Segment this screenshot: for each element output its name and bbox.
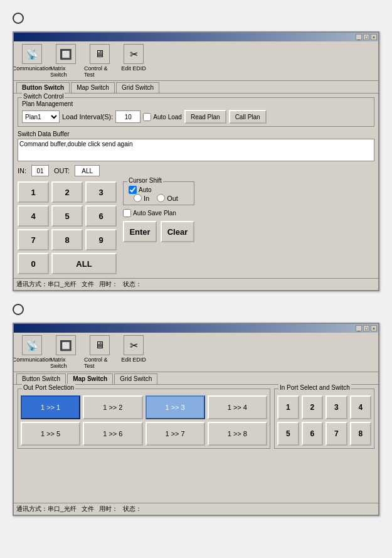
toolbar-matrix-1[interactable]: 🔲 Matrix Switch — [50, 44, 82, 78]
read-plan-btn[interactable]: Read Plan — [184, 110, 226, 124]
in-port-btn-5[interactable]: 5 — [277, 422, 299, 446]
enter-btn[interactable]: Enter — [123, 221, 157, 242]
in-port-btn-7[interactable]: 7 — [326, 422, 347, 446]
out-label: OUT: — [54, 167, 70, 174]
key-3[interactable]: 3 — [85, 181, 117, 203]
out-port-btn-4[interactable]: 1 >> 4 — [208, 395, 267, 419]
communication-icon-2: 📡 — [22, 335, 42, 355]
title-bar-2: _ □ × — [14, 324, 378, 333]
switch-data-buffer-label: Switch Data Buffer — [18, 131, 374, 137]
in-port-btn-4[interactable]: 4 — [350, 395, 372, 419]
auto-save-checkbox[interactable] — [123, 209, 131, 217]
in-port-btn-2[interactable]: 2 — [302, 395, 324, 419]
out-port-box: Out Port Selection 1 >> 1 1 >> 2 1 >> 3 … — [18, 389, 270, 449]
load-interval-input[interactable] — [115, 110, 140, 123]
minimize-btn-2[interactable]: _ — [356, 325, 362, 331]
out-port-btn-1[interactable]: 1 >> 1 — [21, 395, 80, 419]
out-port-btn-8[interactable]: 1 >> 8 — [208, 422, 267, 446]
close-btn-1[interactable]: × — [371, 34, 377, 40]
auto-radio[interactable] — [129, 186, 137, 194]
in-input[interactable] — [31, 165, 49, 176]
key-all[interactable]: ALL — [51, 253, 117, 274]
out-port-btn-3[interactable]: 1 >> 3 — [146, 395, 205, 419]
keypad-area: 1 2 3 4 5 6 7 8 9 0 ALL Cursor Shift — [18, 181, 374, 274]
in-port-btn-3[interactable]: 3 — [326, 395, 347, 419]
tab-grid-switch-2[interactable]: Grid Switch — [114, 373, 157, 384]
key-2[interactable]: 2 — [51, 181, 83, 203]
out-port-btn-7[interactable]: 1 >> 7 — [146, 422, 205, 446]
status-time-1: 用时： — [99, 280, 118, 289]
key-9[interactable]: 9 — [85, 229, 117, 250]
minimize-btn-1[interactable]: _ — [356, 34, 362, 40]
in-out-radio-row: In Out — [134, 194, 189, 202]
matrix-icon: 🔲 — [56, 44, 76, 64]
toolbar-control-2[interactable]: 🖥 Control & Test — [84, 335, 115, 369]
switch-control-group: Switch Control Plan Management Plan1 Loa… — [18, 97, 374, 127]
auto-load-checkbox[interactable] — [143, 113, 151, 121]
empty-space-2 — [14, 453, 378, 503]
auto-save-label: Auto Save Plan — [133, 210, 176, 217]
close-btn-2[interactable]: × — [371, 325, 377, 331]
toolbar-matrix-2[interactable]: 🔲 Matrix Switch — [50, 335, 82, 369]
out-port-btn-2[interactable]: 1 >> 2 — [83, 395, 142, 419]
key-1[interactable]: 1 — [18, 181, 49, 203]
tab-map-switch-1[interactable]: Map Switch — [71, 82, 115, 93]
edid-icon: ✂ — [124, 44, 144, 64]
tabs-2: Button Switch Map Switch Grid Switch — [14, 372, 378, 385]
tab-map-switch-2[interactable]: Map Switch — [67, 373, 113, 384]
toolbar-communication-1[interactable]: 📡 Communication — [16, 44, 48, 78]
title-bar-1: _ □ × — [14, 33, 378, 41]
status-comm-2: 通讯方式：串口_光纤 — [16, 505, 77, 513]
section-circle-1 — [13, 13, 24, 24]
toolbar-edid-1[interactable]: ✂ Edit EDID — [118, 44, 149, 78]
toolbar-communication-2[interactable]: 📡 Communication — [16, 335, 48, 369]
status-state-1: 状态： — [123, 280, 142, 289]
control-icon: 🖥 — [90, 44, 110, 64]
out-port-btn-5[interactable]: 1 >> 5 — [21, 422, 80, 446]
toolbar-edid-2[interactable]: ✂ Edit EDID — [118, 335, 149, 369]
toolbar-1: 📡 Communication 🔲 Matrix Switch 🖥 Contro… — [14, 41, 378, 81]
in-radio-label: In — [144, 195, 149, 202]
auto-save-row: Auto Save Plan — [123, 209, 194, 217]
tab-button-switch-1[interactable]: Button Switch — [16, 82, 70, 93]
edid-icon-2: ✂ — [124, 335, 144, 355]
map-content: Out Port Selection 1 >> 1 1 >> 2 1 >> 3 … — [14, 385, 378, 453]
key-7[interactable]: 7 — [18, 229, 49, 250]
clear-btn[interactable]: Clear — [161, 221, 194, 242]
tab-button-switch-2[interactable]: Button Switch — [16, 373, 66, 384]
in-port-btn-8[interactable]: 8 — [350, 422, 372, 446]
status-bar-2: 通讯方式：串口_光纤 文件 用时： 状态： — [14, 503, 378, 515]
out-input[interactable] — [75, 165, 100, 176]
key-6[interactable]: 6 — [85, 205, 117, 227]
status-time-2: 用时： — [99, 505, 118, 513]
out-port-btn-6[interactable]: 1 >> 6 — [83, 422, 142, 446]
key-4[interactable]: 4 — [18, 205, 49, 227]
out-port-label: Out Port Selection — [22, 384, 75, 391]
auto-radio-row: Auto — [129, 186, 189, 194]
window-1: _ □ × 📡 Communication 🔲 Matrix Switch 🖥 … — [13, 31, 379, 291]
in-port-btn-6[interactable]: 6 — [302, 422, 324, 446]
maximize-btn-1[interactable]: □ — [363, 34, 369, 40]
status-state-2: 状态： — [123, 505, 142, 513]
communication-icon: 📡 — [22, 44, 42, 64]
out-radio[interactable] — [157, 194, 165, 202]
key-8[interactable]: 8 — [51, 229, 83, 250]
load-interval-label: Load Interval(S): — [62, 113, 113, 121]
in-radio[interactable] — [134, 194, 142, 202]
in-port-btn-1[interactable]: 1 — [277, 395, 299, 419]
key-5[interactable]: 5 — [51, 205, 83, 227]
toolbar-edid-label-1: Edit EDID — [121, 65, 146, 72]
toolbar-communication-label-2: Communication — [13, 357, 51, 363]
call-plan-btn[interactable]: Call Plan — [229, 110, 267, 124]
toolbar-control-label-2: Control & Test — [84, 357, 115, 369]
matrix-icon-2: 🔲 — [56, 335, 76, 355]
key-0[interactable]: 0 — [18, 253, 49, 274]
auto-load-row: Auto Load — [143, 113, 182, 121]
plan-select[interactable]: Plan1 — [22, 110, 60, 123]
auto-radio-label: Auto — [139, 186, 152, 193]
maximize-btn-2[interactable]: □ — [363, 325, 369, 331]
cursor-shift-box: Cursor Shift Auto In Out — [123, 181, 194, 205]
status-bar-1: 通讯方式：串口_光纤 文件 用时： 状态： — [14, 278, 378, 290]
tab-grid-switch-1[interactable]: Grid Switch — [116, 82, 159, 93]
toolbar-control-1[interactable]: 🖥 Control & Test — [84, 44, 115, 78]
